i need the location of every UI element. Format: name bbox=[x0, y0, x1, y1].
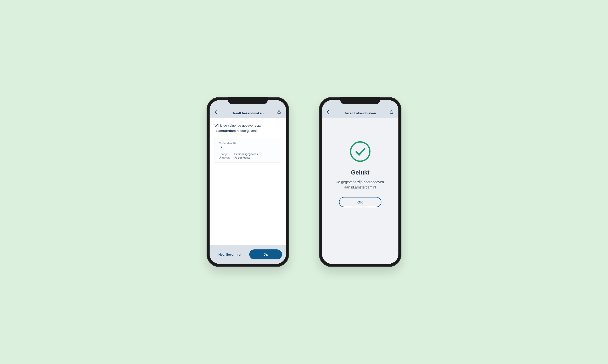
app-header: Jezelf bekendmaken bbox=[322, 100, 398, 118]
success-text: Je gegevens zijn doorgegeven aan id.amst… bbox=[336, 180, 384, 190]
data-card: Ouder dan 18 Ja Kaartje: Persoonsgegeven… bbox=[215, 138, 281, 163]
lock-icon bbox=[276, 109, 282, 115]
success-check-icon bbox=[349, 141, 371, 163]
success-title: Gelukt bbox=[351, 169, 370, 176]
card-meta-val: Persoonsgegevens bbox=[234, 153, 258, 156]
success-text-line2: aan id.amsterdam.nl bbox=[344, 185, 376, 189]
card-meta-key: Kaartje: bbox=[219, 153, 232, 156]
header-title: Jezelf bekendmaken bbox=[332, 111, 388, 115]
card-meta-key: Uitgever: bbox=[219, 156, 232, 159]
consent-prompt: Wil je de volgende gegevens aan id.amste… bbox=[215, 123, 281, 134]
card-label: Ouder dan 18 bbox=[219, 142, 277, 145]
phone-mockup-consent: Jezelf bekendmaken Wil je de volgende ge… bbox=[207, 97, 289, 267]
consent-footer: Nee, liever niet Ja bbox=[210, 245, 286, 264]
success-text-line1: Je gegevens zijn doorgegeven bbox=[336, 180, 384, 184]
ok-button[interactable]: OK bbox=[339, 197, 381, 207]
header-title: Jezelf bekendmaken bbox=[220, 111, 276, 115]
phone-mockup-success: Jezelf bekendmaken Gelukt Je gegevens zi… bbox=[319, 97, 401, 267]
back-chevron-icon[interactable] bbox=[326, 109, 332, 115]
prompt-text-post: doorgeven? bbox=[240, 129, 258, 133]
svg-rect-1 bbox=[278, 112, 281, 114]
prompt-domain: id.amsterdam.nl bbox=[215, 129, 240, 133]
app-header: Jezelf bekendmaken bbox=[210, 100, 286, 118]
prompt-text-pre: Wil je de volgende gegevens aan bbox=[215, 124, 263, 127]
back-arrow-icon[interactable] bbox=[214, 109, 220, 115]
screen-success: Jezelf bekendmaken Gelukt Je gegevens zi… bbox=[322, 100, 398, 264]
card-meta-row: Kaartje: Persoonsgegevens bbox=[219, 153, 277, 156]
accept-button[interactable]: Ja bbox=[249, 249, 282, 259]
screen-consent: Jezelf bekendmaken Wil je de volgende ge… bbox=[210, 100, 286, 264]
decline-button[interactable]: Nee, liever niet bbox=[214, 253, 246, 256]
card-meta-val: Je gemeente bbox=[234, 156, 250, 159]
lock-icon bbox=[388, 109, 394, 115]
svg-rect-2 bbox=[390, 112, 393, 114]
svg-point-3 bbox=[350, 142, 370, 161]
success-content: Gelukt Je gegevens zijn doorgegeven aan … bbox=[322, 118, 398, 264]
consent-content: Wil je de volgende gegevens aan id.amste… bbox=[210, 118, 286, 245]
card-meta-row: Uitgever: Je gemeente bbox=[219, 156, 277, 159]
card-value: Ja bbox=[219, 145, 277, 149]
